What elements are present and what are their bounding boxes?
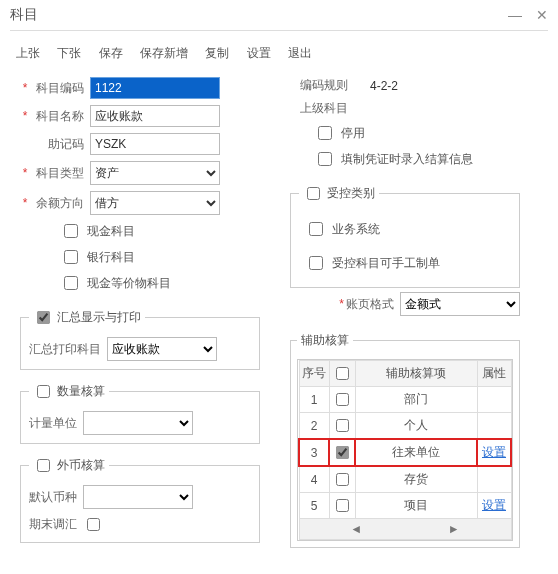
close-icon[interactable]: ✕ — [536, 7, 548, 23]
cell-item: 往来单位 — [355, 439, 477, 466]
group-ctrl: 受控类别 业务系统 受控科目可手工制单 — [290, 184, 520, 288]
label-dir: 余额方向 — [30, 195, 84, 212]
legend-ctrl: 受控类别 — [327, 185, 375, 202]
group-aux: 辅助核算 序号 辅助核算项 属性 1部门2个人3往来单位设置4存货5项目设置 ◄ — [290, 332, 520, 548]
label-disable: 停用 — [341, 125, 365, 142]
cell-seq: 2 — [299, 413, 329, 440]
row-checkbox[interactable] — [336, 499, 349, 512]
group-fx: 外币核算 默认币种 期末调汇 — [20, 456, 260, 543]
legend-summary: 汇总显示与打印 — [57, 309, 141, 326]
col-seq: 序号 — [299, 361, 329, 387]
table-row[interactable]: 1部门 — [299, 387, 511, 413]
cell-seq: 3 — [299, 439, 329, 466]
menu-next[interactable]: 下张 — [57, 45, 81, 62]
input-code[interactable] — [90, 77, 220, 99]
cell-item: 个人 — [355, 413, 477, 440]
menu-prev[interactable]: 上张 — [16, 45, 40, 62]
menu-save[interactable]: 保存 — [99, 45, 123, 62]
label-type: 科目类型 — [30, 165, 84, 182]
chk-biz[interactable] — [309, 222, 323, 236]
chk-summary[interactable] — [37, 311, 50, 324]
select-acctfmt[interactable]: 金额式 — [400, 292, 520, 316]
chk-eop[interactable] — [87, 518, 100, 531]
label-manual: 受控科目可手工制单 — [332, 255, 440, 272]
cell-attr — [477, 413, 511, 440]
legend-aux: 辅助核算 — [301, 332, 349, 349]
chk-manual[interactable] — [309, 256, 323, 270]
input-name[interactable] — [90, 105, 220, 127]
row-checkbox[interactable] — [336, 419, 349, 432]
table-row[interactable]: 4存货 — [299, 466, 511, 493]
menu-settings[interactable]: 设置 — [247, 45, 271, 62]
label-cash-eq: 现金等价物科目 — [87, 275, 171, 292]
row-checkbox[interactable] — [336, 393, 349, 406]
cell-seq: 4 — [299, 466, 329, 493]
menu-save-new[interactable]: 保存新增 — [140, 45, 188, 62]
h-scrollbar[interactable]: ◄ ► — [299, 519, 511, 540]
table-row[interactable]: 2个人 — [299, 413, 511, 440]
row-checkbox[interactable] — [336, 446, 349, 459]
label-cash: 现金科目 — [87, 223, 135, 240]
cell-seq: 1 — [299, 387, 329, 413]
table-row[interactable]: 5项目设置 — [299, 493, 511, 519]
cell-attr — [477, 466, 511, 493]
select-summary-acct[interactable]: 应收账款 — [107, 337, 217, 361]
row-checkbox[interactable] — [336, 473, 349, 486]
legend-qty: 数量核算 — [57, 383, 105, 400]
label-acctfmt: 账页格式 — [346, 296, 394, 313]
dialog-title: 科目 — [10, 6, 38, 24]
select-dir[interactable]: 借方 — [90, 191, 220, 215]
label-code: 科目编码 — [30, 80, 84, 97]
divider — [10, 30, 548, 31]
group-qty: 数量核算 计量单位 — [20, 382, 260, 444]
menu-exit[interactable]: 退出 — [288, 45, 312, 62]
chk-qty[interactable] — [37, 385, 50, 398]
select-currency[interactable] — [83, 485, 193, 509]
menu-copy[interactable]: 复制 — [205, 45, 229, 62]
cell-seq: 5 — [299, 493, 329, 519]
table-row[interactable]: 3往来单位设置 — [299, 439, 511, 466]
chk-ctrl[interactable] — [307, 187, 320, 200]
chk-all-rows[interactable] — [336, 367, 349, 380]
chk-bank[interactable] — [64, 250, 78, 264]
chk-fx[interactable] — [37, 459, 50, 472]
cell-attr — [477, 387, 511, 413]
input-mnemonic[interactable] — [90, 133, 220, 155]
aux-grid[interactable]: 序号 辅助核算项 属性 1部门2个人3往来单位设置4存货5项目设置 ◄ ► — [297, 359, 513, 541]
chk-disable[interactable] — [318, 126, 332, 140]
cell-attr[interactable]: 设置 — [477, 493, 511, 519]
chk-enter-aux[interactable] — [318, 152, 332, 166]
value-rule: 4-2-2 — [370, 79, 398, 93]
menubar: 上张 下张 保存 保存新增 复制 设置 退出 — [10, 39, 548, 74]
label-parent: 上级科目 — [300, 100, 360, 117]
cell-item: 部门 — [355, 387, 477, 413]
select-unit[interactable] — [83, 411, 193, 435]
select-type[interactable]: 资产 — [90, 161, 220, 185]
col-attr: 属性 — [477, 361, 511, 387]
label-unit: 计量单位 — [29, 415, 77, 432]
label-rule: 编码规则 — [300, 77, 360, 94]
label-name: 科目名称 — [30, 108, 84, 125]
legend-fx: 外币核算 — [57, 457, 105, 474]
label-eop: 期末调汇 — [29, 516, 77, 533]
cell-attr[interactable]: 设置 — [477, 439, 511, 466]
label-currency: 默认币种 — [29, 489, 77, 506]
cell-item: 项目 — [355, 493, 477, 519]
minimize-icon[interactable]: — — [508, 7, 522, 23]
col-item: 辅助核算项 — [355, 361, 477, 387]
group-summary: 汇总显示与打印 汇总打印科目应收账款 — [20, 308, 260, 370]
chk-cash-eq[interactable] — [64, 276, 78, 290]
label-mnemonic: 助记码 — [30, 136, 84, 153]
label-biz: 业务系统 — [332, 221, 380, 238]
label-enter-aux: 填制凭证时录入结算信息 — [341, 151, 473, 168]
chk-cash[interactable] — [64, 224, 78, 238]
label-summary-acct: 汇总打印科目 — [29, 341, 101, 358]
cell-item: 存货 — [355, 466, 477, 493]
label-bank: 银行科目 — [87, 249, 135, 266]
